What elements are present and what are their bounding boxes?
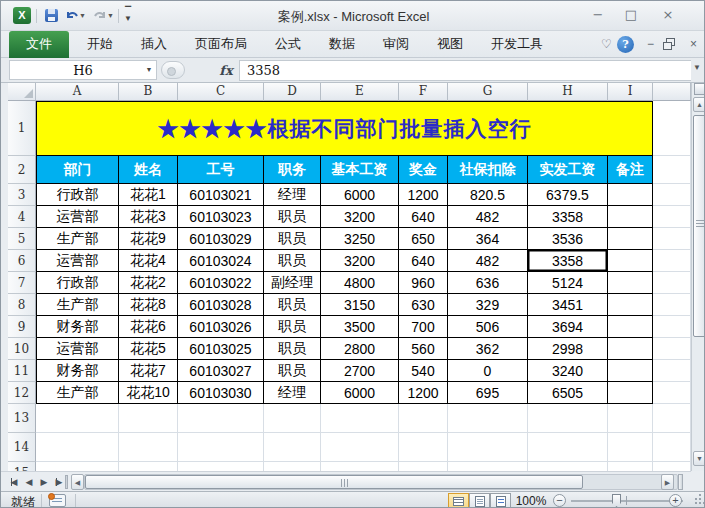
cell[interactable]: 560: [399, 338, 448, 360]
cell[interactable]: [608, 360, 653, 382]
cell[interactable]: 运营部: [36, 250, 119, 272]
minimize-button[interactable]: −: [583, 5, 613, 25]
empty-cell[interactable]: [608, 462, 653, 471]
empty-cell[interactable]: [399, 404, 448, 433]
cell[interactable]: 职员: [264, 316, 321, 338]
cell[interactable]: 506: [448, 316, 528, 338]
cell[interactable]: 6379.5: [528, 184, 608, 206]
ribbon-tab-1[interactable]: 文件: [9, 31, 69, 58]
cell[interactable]: [608, 294, 653, 316]
cell[interactable]: 6000: [321, 382, 399, 404]
row-header-3[interactable]: 3: [8, 184, 36, 206]
cell[interactable]: 3694: [528, 316, 608, 338]
cell[interactable]: 1200: [399, 382, 448, 404]
empty-cell[interactable]: [653, 360, 691, 382]
row-header-5[interactable]: 5: [8, 228, 36, 250]
table-header-cell[interactable]: 实发工资: [528, 156, 608, 184]
zoom-out-button[interactable]: −: [553, 494, 566, 507]
empty-cell[interactable]: [653, 382, 691, 404]
column-header-E[interactable]: E: [321, 83, 399, 101]
cell[interactable]: 1200: [399, 184, 448, 206]
macro-record-button[interactable]: [49, 494, 66, 507]
empty-cell[interactable]: [264, 462, 321, 471]
workbook-minimize-icon[interactable]: −: [642, 36, 659, 53]
row-header-8[interactable]: 8: [8, 294, 36, 316]
vertical-split-handle[interactable]: [694, 83, 705, 95]
cell[interactable]: 副经理: [264, 272, 321, 294]
cell[interactable]: 花花10: [119, 382, 178, 404]
row-header-14[interactable]: 14: [8, 433, 36, 462]
ribbon-tab-4[interactable]: 页面布局: [181, 31, 261, 58]
ribbon-tab-9[interactable]: 开发工具: [477, 31, 557, 58]
column-header-C[interactable]: C: [178, 83, 264, 101]
empty-cell[interactable]: [264, 404, 321, 433]
page-break-view-button[interactable]: [490, 493, 511, 508]
cell[interactable]: 0: [448, 360, 528, 382]
empty-cell[interactable]: [608, 404, 653, 433]
table-header-cell[interactable]: 备注: [608, 156, 653, 184]
empty-cell[interactable]: [264, 433, 321, 462]
empty-cell[interactable]: [528, 404, 608, 433]
empty-cell[interactable]: [321, 433, 399, 462]
formula-expand-icon[interactable]: ▼: [693, 63, 701, 72]
empty-cell[interactable]: [653, 433, 691, 462]
cell[interactable]: 3500: [321, 316, 399, 338]
empty-cell[interactable]: [178, 404, 264, 433]
column-header-H[interactable]: H: [528, 83, 608, 101]
cell[interactable]: [608, 338, 653, 360]
empty-cell[interactable]: [448, 462, 528, 471]
cell[interactable]: 820.5: [448, 184, 528, 206]
cell[interactable]: 花花1: [119, 184, 178, 206]
cell[interactable]: 财务部: [36, 316, 119, 338]
cell[interactable]: 60103028: [178, 294, 264, 316]
row-header-10[interactable]: 10: [8, 338, 36, 360]
cell[interactable]: 3200: [321, 250, 399, 272]
tab-area-splitter[interactable]: [65, 475, 68, 489]
maximize-button[interactable]: □: [616, 5, 646, 25]
close-button[interactable]: ×: [653, 5, 683, 25]
banner-cell[interactable]: ★★★★★根据不同部门批量插入空行: [36, 101, 653, 156]
cell[interactable]: 3536: [528, 228, 608, 250]
row-header-13[interactable]: 13: [8, 404, 36, 433]
empty-cell[interactable]: [528, 433, 608, 462]
heart-icon[interactable]: ♡: [598, 36, 615, 53]
empty-cell[interactable]: [653, 156, 691, 184]
cell[interactable]: 60103024: [178, 250, 264, 272]
empty-cell[interactable]: [653, 101, 691, 156]
cell[interactable]: [608, 250, 653, 272]
cell[interactable]: 生产部: [36, 294, 119, 316]
column-header-I[interactable]: I: [608, 83, 653, 101]
cell[interactable]: 60103030: [178, 382, 264, 404]
column-header-F[interactable]: F: [399, 83, 448, 101]
column-header-G[interactable]: G: [448, 83, 528, 101]
empty-cell[interactable]: [448, 433, 528, 462]
cell[interactable]: [608, 184, 653, 206]
cell[interactable]: 482: [448, 250, 528, 272]
cell[interactable]: 运营部: [36, 338, 119, 360]
cell[interactable]: 636: [448, 272, 528, 294]
row-header-6[interactable]: 6: [8, 250, 36, 272]
workbook-close-icon[interactable]: ×: [685, 36, 702, 53]
cell[interactable]: 329: [448, 294, 528, 316]
empty-cell[interactable]: [321, 462, 399, 471]
empty-cell[interactable]: [399, 462, 448, 471]
empty-cell[interactable]: [119, 462, 178, 471]
row-header-15[interactable]: 15: [8, 462, 36, 471]
cell[interactable]: 花花3: [119, 206, 178, 228]
cell[interactable]: 职员: [264, 294, 321, 316]
cell[interactable]: 职员: [264, 206, 321, 228]
empty-cell[interactable]: [653, 316, 691, 338]
cell[interactable]: 482: [448, 206, 528, 228]
row-header-1[interactable]: 1: [8, 101, 36, 156]
empty-cell[interactable]: [528, 462, 608, 471]
cell[interactable]: 960: [399, 272, 448, 294]
cell[interactable]: 财务部: [36, 360, 119, 382]
empty-cell[interactable]: [399, 433, 448, 462]
empty-cell[interactable]: [653, 338, 691, 360]
empty-cell[interactable]: [178, 433, 264, 462]
empty-cell[interactable]: [178, 462, 264, 471]
empty-cell[interactable]: [653, 250, 691, 272]
cell[interactable]: [608, 316, 653, 338]
empty-cell[interactable]: [653, 404, 691, 433]
zoom-in-button[interactable]: +: [669, 494, 682, 507]
